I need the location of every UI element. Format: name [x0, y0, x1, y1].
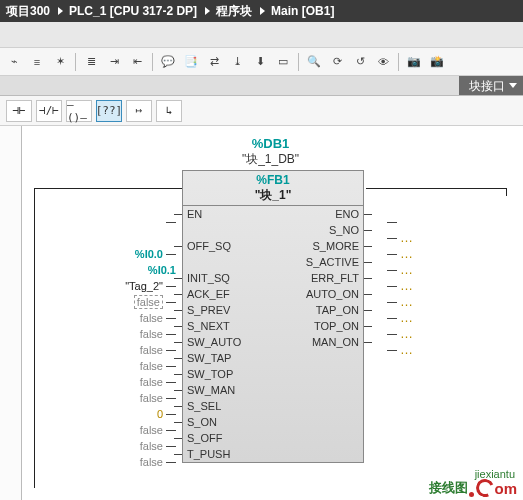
db-header: %DB1 [22, 136, 519, 151]
input-pin[interactable]: SW_TAP [183, 350, 273, 366]
input-pin[interactable]: SW_AUTO [183, 334, 273, 350]
input-value[interactable]: false [44, 294, 176, 310]
input-value[interactable]: %I0.0 [44, 246, 176, 262]
tag-db-icon[interactable]: 📑 [181, 52, 201, 72]
input-pin[interactable]: T_PUSH [183, 446, 273, 462]
input-pin[interactable] [183, 222, 273, 238]
validate-icon[interactable]: ✶ [50, 52, 70, 72]
input-value[interactable]: false [44, 374, 176, 390]
output-pin[interactable]: AUTO_ON [273, 286, 363, 302]
tag-down-icon[interactable]: ⤓ [227, 52, 247, 72]
input-value[interactable]: false [44, 438, 176, 454]
palette-no-contact[interactable]: ⊣⊢ [6, 100, 32, 122]
toolbar: ⌁≡✶≣⇥⇤💬📑⇄⤓⬇▭🔍⟳↺👁📷📸 [0, 48, 523, 76]
crumb-project[interactable]: 项目300 [6, 0, 50, 22]
input-pin[interactable]: EN [183, 206, 273, 222]
fb-call-box[interactable]: %FB1 "块_1" ENOFF_SQINIT_SQACK_EFS_PREVS_… [182, 170, 364, 463]
chevron-right-icon [205, 7, 210, 15]
input-value[interactable] [44, 230, 176, 246]
output-pin[interactable]: ERR_FLT [273, 270, 363, 286]
spacer [0, 22, 523, 48]
output-value[interactable]: … [387, 262, 499, 278]
output-pin[interactable]: ENO [273, 206, 363, 222]
input-pin[interactable]: OFF_SQ [183, 238, 273, 254]
input-value[interactable]: false [44, 454, 176, 470]
input-value[interactable]: false [44, 390, 176, 406]
block-interface-tab[interactable]: 块接口 [459, 76, 523, 95]
input-value[interactable]: 0 [44, 406, 176, 422]
fb-type: %FB1 [183, 173, 363, 187]
lad-palette: ⊣⊢⊣/⊢–()–[??]↦↳ [0, 96, 523, 126]
watermark-sub: jiexiantu [475, 468, 515, 480]
monitor-icon[interactable]: 👁 [373, 52, 393, 72]
editor-canvas[interactable]: %DB1 "块_1_DB" %FB1 "块_1" ENOFF_SQINIT_SQ… [0, 126, 523, 500]
input-value[interactable] [44, 214, 176, 230]
output-value[interactable]: … [387, 326, 499, 342]
input-pin[interactable]: S_SEL [183, 398, 273, 414]
output-pin[interactable]: S_MORE [273, 238, 363, 254]
separator [298, 53, 299, 71]
palette-open-branch[interactable]: ↦ [126, 100, 152, 122]
separator [398, 53, 399, 71]
list-icon[interactable]: ≣ [81, 52, 101, 72]
input-value[interactable]: false [44, 342, 176, 358]
palette-nc-contact[interactable]: ⊣/⊢ [36, 100, 62, 122]
restore-icon[interactable]: ↺ [350, 52, 370, 72]
chevron-right-icon [58, 7, 63, 15]
input-pin[interactable]: S_ON [183, 414, 273, 430]
crumb-plc[interactable]: PLC_1 [CPU 317-2 DP] [69, 0, 197, 22]
input-pin[interactable]: S_NEXT [183, 318, 273, 334]
output-pin[interactable]: S_NO [273, 222, 363, 238]
input-value[interactable]: "Tag_2" [44, 278, 176, 294]
output-pin[interactable]: S_ACTIVE [273, 254, 363, 270]
palette-coil[interactable]: –()– [66, 100, 92, 122]
watermark-text: 接线图 [429, 479, 468, 497]
input-value[interactable]: false [44, 358, 176, 374]
comment-icon[interactable]: 💬 [158, 52, 178, 72]
box-icon[interactable]: ▭ [273, 52, 293, 72]
input-pin[interactable]: S_PREV [183, 302, 273, 318]
wire [34, 188, 184, 189]
crumb-block[interactable]: Main [OB1] [271, 0, 334, 22]
output-value[interactable]: … [387, 310, 499, 326]
output-value[interactable]: … [387, 342, 499, 358]
palette-empty-box[interactable]: [??] [96, 100, 122, 122]
breadcrumb: 项目300 PLC_1 [CPU 317-2 DP] 程序块 Main [OB1… [0, 0, 523, 22]
input-pin[interactable]: INIT_SQ [183, 270, 273, 286]
input-value[interactable]: %I0.1 [44, 262, 176, 278]
output-value[interactable]: … [387, 278, 499, 294]
output-value[interactable]: … [387, 230, 499, 246]
compare-icon[interactable]: ≡ [27, 52, 47, 72]
output-pin[interactable]: TOP_ON [273, 318, 363, 334]
input-pin[interactable]: SW_MAN [183, 382, 273, 398]
input-value[interactable]: false [44, 422, 176, 438]
watermark-text: om [495, 480, 518, 497]
indent-icon[interactable]: ⇥ [104, 52, 124, 72]
output-value[interactable] [387, 214, 499, 230]
output-value[interactable]: … [387, 294, 499, 310]
crumb-folder[interactable]: 程序块 [216, 0, 252, 22]
tag-sync-icon[interactable]: ⇄ [204, 52, 224, 72]
output-pin[interactable]: TAP_ON [273, 302, 363, 318]
input-pin[interactable]: ACK_EF [183, 286, 273, 302]
palette-close-branch[interactable]: ↳ [156, 100, 182, 122]
input-pin[interactable]: S_OFF [183, 430, 273, 446]
right-rail [506, 188, 507, 196]
input-pin[interactable]: SW_TOP [183, 366, 273, 382]
left-rail [34, 188, 35, 488]
input-value[interactable]: false [44, 310, 176, 326]
input-pin[interactable] [183, 254, 273, 270]
refresh-icon[interactable]: ⟳ [327, 52, 347, 72]
fb-name: "块_1" [183, 187, 363, 204]
output-pin[interactable]: MAN_ON [273, 334, 363, 350]
input-value[interactable]: false [44, 326, 176, 342]
download-icon[interactable]: ⬇ [250, 52, 270, 72]
snapshot-icon[interactable]: 📷 [404, 52, 424, 72]
find-icon[interactable]: 🔍 [304, 52, 324, 72]
output-value[interactable]: … [387, 246, 499, 262]
outdent-icon[interactable]: ⇤ [127, 52, 147, 72]
wire-icon[interactable]: ⌁ [4, 52, 24, 72]
gutter [0, 126, 22, 500]
interface-row: 块接口 [0, 76, 523, 96]
snapshot2-icon[interactable]: 📸 [427, 52, 447, 72]
